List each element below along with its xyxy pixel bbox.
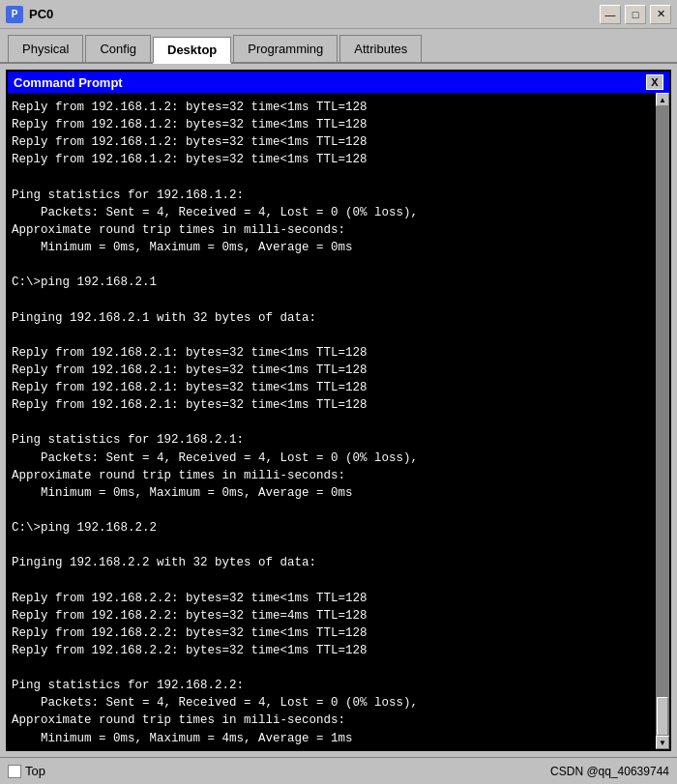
status-right-text: CSDN @qq_40639744 bbox=[550, 765, 669, 778]
window-controls: — □ ✕ bbox=[600, 5, 671, 24]
tab-programming[interactable]: Programming bbox=[233, 35, 338, 62]
cmd-close-button[interactable]: X bbox=[646, 74, 663, 90]
status-bar: Top CSDN @qq_40639744 bbox=[0, 757, 677, 784]
tab-desktop[interactable]: Desktop bbox=[153, 37, 231, 64]
console-area: Reply from 192.168.1.2: bytes=32 time<1m… bbox=[8, 93, 669, 749]
cmd-title-bar: Command Prompt X bbox=[8, 72, 669, 93]
cmd-title-text: Command Prompt bbox=[14, 75, 123, 90]
scrollbar-thumb[interactable] bbox=[657, 697, 668, 736]
title-bar: P PC0 — □ ✕ bbox=[0, 0, 677, 29]
tab-attributes[interactable]: Attributes bbox=[339, 35, 422, 62]
tab-config[interactable]: Config bbox=[85, 35, 151, 62]
status-left: Top bbox=[8, 764, 45, 778]
tab-physical[interactable]: Physical bbox=[8, 35, 83, 62]
minimize-button[interactable]: — bbox=[600, 5, 621, 24]
top-checkbox[interactable] bbox=[8, 765, 21, 778]
maximize-button[interactable]: □ bbox=[625, 5, 646, 24]
main-content: Command Prompt X Reply from 192.168.1.2:… bbox=[0, 64, 677, 757]
scroll-up-button[interactable]: ▲ bbox=[656, 93, 669, 106]
app-icon: P bbox=[6, 6, 23, 23]
command-prompt-window: Command Prompt X Reply from 192.168.1.2:… bbox=[6, 70, 671, 751]
scrollbar: ▲ ▼ bbox=[656, 93, 669, 749]
close-button[interactable]: ✕ bbox=[650, 5, 671, 24]
app-title: PC0 bbox=[29, 7, 600, 21]
scroll-down-button[interactable]: ▼ bbox=[656, 736, 669, 749]
tab-bar: Physical Config Desktop Programming Attr… bbox=[0, 29, 677, 64]
scrollbar-track[interactable] bbox=[656, 106, 669, 736]
top-label: Top bbox=[25, 764, 45, 778]
console-output[interactable]: Reply from 192.168.1.2: bytes=32 time<1m… bbox=[8, 93, 656, 749]
